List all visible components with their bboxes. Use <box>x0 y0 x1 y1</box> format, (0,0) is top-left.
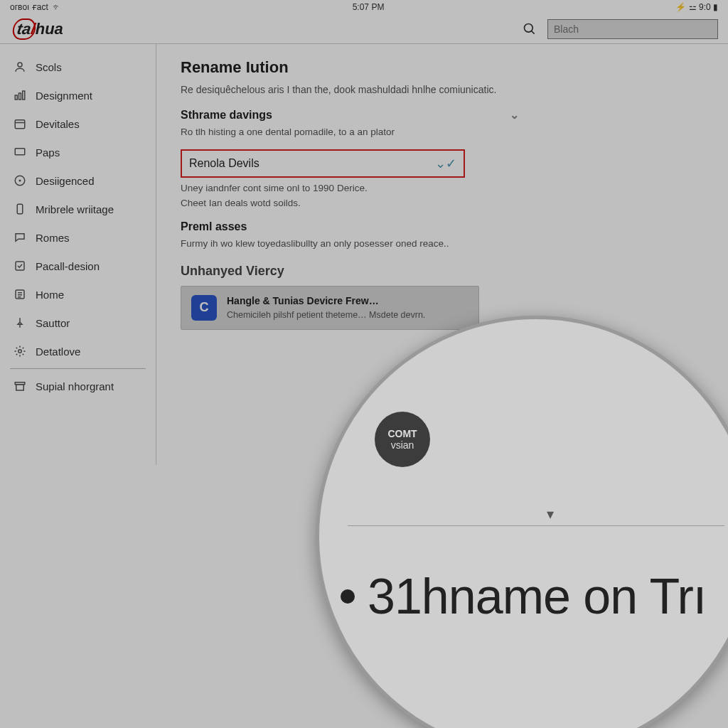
svg-point-10 <box>19 180 21 181</box>
section-title: Preml asses <box>181 220 247 233</box>
sidebar-item-paps[interactable]: Paps <box>0 138 156 166</box>
archive-icon <box>13 379 27 393</box>
svg-point-2 <box>18 63 22 67</box>
sidebar-item-sauttor[interactable]: Sauttor <box>0 309 156 337</box>
search-input[interactable] <box>547 19 718 39</box>
svg-point-18 <box>18 350 22 353</box>
svg-rect-12 <box>16 262 24 270</box>
section-sthrame[interactable]: Sthrame davings⌄ Ro tlh histing a one de… <box>181 108 704 139</box>
sidebar-item-label: Romes <box>36 232 70 244</box>
carrier-text: oгвoı ғact <box>10 2 48 12</box>
gear-icon <box>13 344 27 358</box>
compass-icon <box>13 173 27 188</box>
chat-icon <box>13 230 27 245</box>
card-title: Hangle & Tunias Devicre Frew… <box>227 295 425 306</box>
section-title: Renolа Devils <box>189 157 259 170</box>
sidebar-item-desiigenced[interactable]: Desiigenced <box>0 166 156 195</box>
check-chevron-icon: ⌄✓ <box>435 156 456 171</box>
sidebar-divider <box>10 368 146 369</box>
sidebar-item-supial[interactable]: Supial nhorgrant <box>0 372 156 400</box>
chevron-down-icon: ▾ <box>547 505 554 523</box>
status-indicators: ⚡ ⚍ 9:0 ▮ <box>675 2 718 12</box>
sidebar-item-label: Paps <box>36 146 60 159</box>
sidebar-item-label: Devitales <box>36 118 80 130</box>
section-title: Sthrame davings <box>181 109 272 122</box>
section-subtitle: Ro tlh histing a one dental pomadile, to… <box>181 126 704 139</box>
svg-rect-8 <box>15 149 25 155</box>
sidebar-item-scols[interactable]: Scols <box>0 53 156 81</box>
section-subtitle-2: Cheet Ian deals wotd soilds. <box>181 197 704 210</box>
sidebar-item-home[interactable]: Home <box>0 280 156 309</box>
section-preml[interactable]: Preml asses Furmy ih wo klew toyedaslibu… <box>181 220 704 251</box>
sidebar-item-devitales[interactable]: Devitales <box>0 109 156 138</box>
svg-rect-6 <box>15 120 25 129</box>
list-heading: Unhanyed Viercy <box>181 264 704 279</box>
list-icon <box>13 287 27 301</box>
svg-line-1 <box>532 31 535 33</box>
badge-comt: COMT vsian <box>375 412 430 467</box>
sidebar-item-label: Pacall-desion <box>36 260 100 272</box>
page-description: Re desiquêchelous aris I than the, dook … <box>181 84 704 95</box>
sidebar-item-label: Mribrele wriitage <box>36 203 114 215</box>
section-subtitle: Furmy ih wo klew toyedaslibullty an only… <box>181 237 479 251</box>
app-thumb-icon: C <box>191 295 217 321</box>
svg-rect-5 <box>23 91 25 100</box>
svg-rect-3 <box>15 95 17 100</box>
calendar-icon <box>13 117 27 131</box>
svg-rect-20 <box>16 385 24 390</box>
clock: 5:07 PM <box>353 2 385 12</box>
section-subtitle-1: Uney iandnfer cont sime onl to 1990 Deri… <box>181 182 704 196</box>
svg-rect-11 <box>17 204 23 214</box>
chevron-down-icon: ⌄ <box>510 108 519 122</box>
search-icon[interactable] <box>522 21 537 37</box>
sidebar-item-designment[interactable]: Designment <box>0 81 156 109</box>
sidebar-item-detatlove[interactable]: Detatlove <box>0 337 156 365</box>
status-bar: oгвoı ғactᯤ 5:07 PM ⚡ ⚍ 9:0 ▮ <box>0 0 728 14</box>
sidebar-item-romes[interactable]: Romes <box>0 223 156 252</box>
sidebar-item-label: Detatlove <box>36 346 80 358</box>
brand-logo: ta/hua <box>13 18 63 40</box>
sidebar-item-label: Scols <box>36 61 62 73</box>
person-icon <box>13 60 27 74</box>
sidebar: Scols Designment Devitales Paps Desiigen… <box>0 44 156 465</box>
sidebar-item-label: Sauttor <box>36 317 70 329</box>
chart-icon <box>13 88 27 102</box>
card-description: Chemicileh pilshf petient theteme… Msdet… <box>227 309 425 321</box>
list-item-card[interactable]: C Hangle & Tunias Devicre Frew… Chemicil… <box>181 286 479 331</box>
page-title: Rename Iution <box>181 58 704 77</box>
sidebar-item-mribrele[interactable]: Mribrele wriitage <box>0 195 156 223</box>
phone-icon <box>13 202 27 216</box>
sidebar-item-label: Desiigenced <box>36 175 95 187</box>
pin-icon <box>13 316 27 330</box>
sidebar-item-pacall[interactable]: Pacall-desion <box>0 252 156 280</box>
screen-icon <box>13 145 27 159</box>
magnified-divider <box>348 525 724 526</box>
sidebar-item-label: Home <box>36 289 64 301</box>
checkbox-icon <box>13 259 27 273</box>
magnified-text: 31hname on Trı <box>341 568 706 625</box>
bullet-icon <box>341 589 355 604</box>
svg-rect-4 <box>19 93 21 100</box>
wifi-icon: ᯤ <box>53 2 61 12</box>
section-renola-highlight[interactable]: Renolа Devils ⌄✓ <box>181 149 465 178</box>
sidebar-item-label: Supial nhorgrant <box>36 380 114 392</box>
sidebar-item-label: Designment <box>36 90 92 102</box>
svg-point-0 <box>525 23 533 32</box>
app-header: ta/hua <box>0 14 728 44</box>
